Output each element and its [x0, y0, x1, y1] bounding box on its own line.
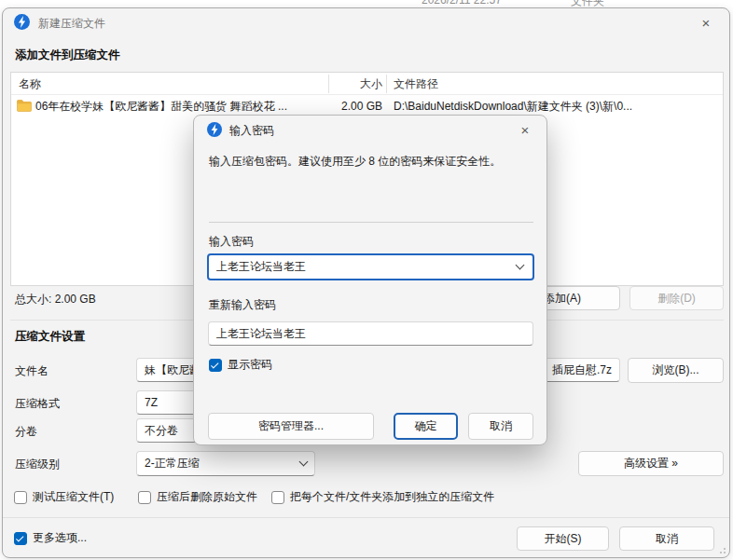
- footer-divider: [3, 517, 730, 518]
- check-icon[interactable]: [209, 359, 222, 372]
- dialog-cancel-button[interactable]: 取消: [468, 413, 533, 440]
- resize-grip-icon[interactable]: [716, 544, 726, 553]
- level-label: 压缩级别: [15, 457, 60, 472]
- chevron-down-icon: [299, 458, 309, 467]
- confirm-password-value: 上老王论坛当老王: [216, 326, 306, 342]
- window-title: 新建压缩文件: [38, 16, 105, 32]
- close-icon[interactable]: ×: [690, 10, 722, 34]
- more-options-checkbox[interactable]: 更多选项...: [14, 530, 87, 546]
- format-label: 压缩格式: [15, 396, 60, 412]
- column-divider[interactable]: [386, 75, 387, 93]
- filename-label: 文件名: [15, 363, 48, 379]
- password-value: 上老王论坛当老王: [216, 259, 306, 275]
- check-icon[interactable]: [14, 532, 27, 545]
- checkbox-unchecked-icon[interactable]: [271, 491, 284, 504]
- column-header-size[interactable]: 大小: [334, 73, 382, 95]
- dialog-title-bar[interactable]: 输入密码 ×: [194, 116, 546, 143]
- advanced-settings-button[interactable]: 高级设置 »: [578, 451, 724, 476]
- show-password-checkbox[interactable]: 显示密码: [209, 357, 272, 373]
- chevron-down-icon[interactable]: [516, 261, 525, 270]
- start-button[interactable]: 开始(S): [517, 526, 609, 551]
- column-header-path[interactable]: 文件路径: [394, 73, 438, 95]
- show-password-label: 显示密码: [228, 357, 272, 373]
- cancel-button[interactable]: 取消: [619, 526, 714, 551]
- test-archive-checkbox[interactable]: 测试压缩文件(T): [14, 489, 114, 505]
- dialog-divider: [209, 222, 533, 223]
- column-header-name[interactable]: 名称: [19, 73, 41, 95]
- more-options-label: 更多选项...: [33, 530, 87, 546]
- delete-after-checkbox[interactable]: 压缩后删除原始文件: [138, 489, 257, 505]
- table-header: 名称 大小 文件路径: [11, 73, 723, 95]
- volume-value: 不分卷: [145, 423, 178, 439]
- filename-value-left: 妹【欧尼酱: [145, 362, 201, 378]
- delete-button: 删除(D): [629, 286, 724, 310]
- password-manager-button[interactable]: 密码管理器...: [208, 413, 374, 440]
- checkbox-unchecked-icon[interactable]: [14, 491, 27, 504]
- bandizip-app-icon: [207, 122, 222, 137]
- add-files-section-title: 添加文件到压缩文件: [15, 48, 120, 63]
- close-icon[interactable]: ×: [509, 117, 541, 142]
- enter-password-dialog: 输入密码 × 输入压缩包密码。建议使用至少 8 位的密码来保证安全性。 输入密码…: [193, 115, 547, 445]
- filename-value-right: 插屁自慰.7z: [552, 362, 612, 378]
- level-select[interactable]: 2-正常压缩: [136, 451, 315, 476]
- delete-after-label: 压缩后删除原始文件: [157, 489, 257, 505]
- ok-button[interactable]: 确定: [394, 413, 458, 440]
- folder-icon: [17, 100, 32, 112]
- confirm-password-input[interactable]: 上老王论坛当老王: [208, 321, 533, 346]
- password-label: 输入密码: [209, 234, 254, 250]
- password-input[interactable]: 上老王论坛当老王: [207, 253, 534, 280]
- archive-settings-title: 压缩文件设置: [15, 329, 85, 345]
- browse-button[interactable]: 浏览(B)...: [628, 358, 724, 383]
- dialog-title: 输入密码: [229, 123, 274, 139]
- backdrop-date-text: 2026/2/11 22:57: [422, 0, 502, 7]
- volume-label: 分卷: [15, 424, 37, 440]
- title-bar[interactable]: 新建压缩文件 ×: [3, 8, 729, 36]
- separate-archives-label: 把每个文件/文件夹添加到独立的压缩文件: [290, 489, 494, 505]
- level-value: 2-正常压缩: [145, 456, 200, 471]
- test-archive-label: 测试压缩文件(T): [33, 489, 114, 505]
- column-divider[interactable]: [328, 75, 329, 93]
- bandizip-app-icon: [14, 14, 30, 30]
- separate-archives-checkbox[interactable]: 把每个文件/文件夹添加到独立的压缩文件: [271, 489, 494, 505]
- total-size-label: 总大小: 2.00 GB: [15, 288, 96, 310]
- password-description: 输入压缩包密码。建议使用至少 8 位的密码来保证安全性。: [209, 153, 537, 171]
- checkbox-unchecked-icon[interactable]: [138, 491, 151, 504]
- format-value: 7Z: [145, 396, 158, 409]
- screenshot-stage: 2026/2/11 22:57 文件夹 新建压缩文件 × 添加文件到压缩文件 名…: [0, 0, 733, 560]
- confirm-password-label: 重新输入密码: [209, 297, 276, 313]
